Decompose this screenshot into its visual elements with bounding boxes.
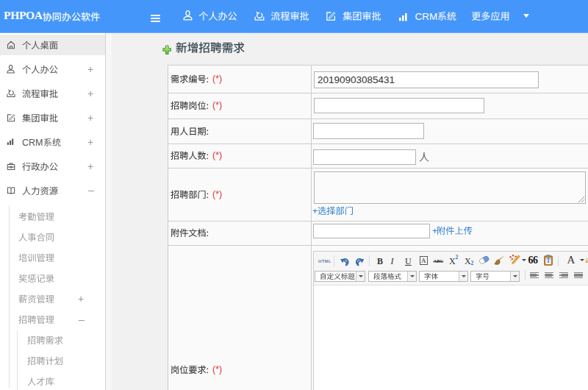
svg-text:T: T: [546, 258, 550, 264]
